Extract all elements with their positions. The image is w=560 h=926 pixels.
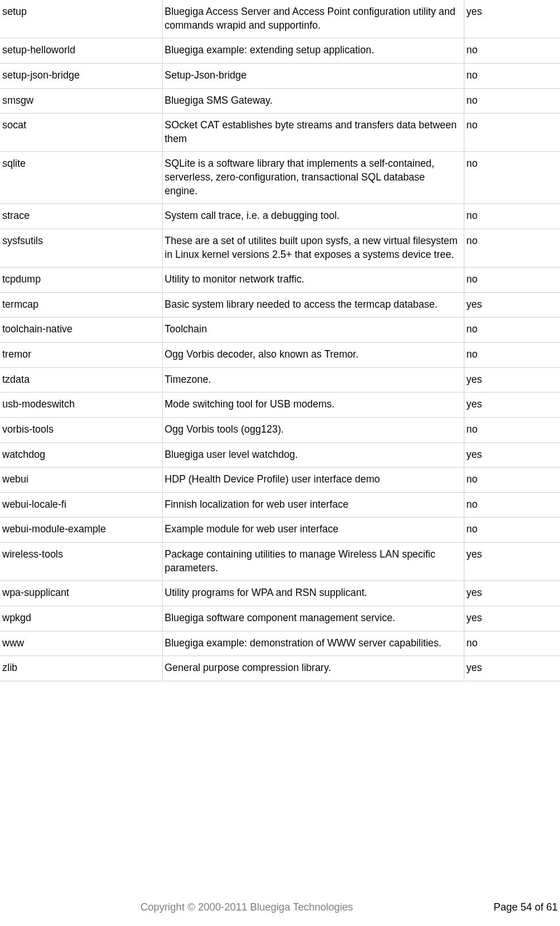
table-row: straceSystem call trace, i.e. a debuggin… [0,204,560,229]
package-flag-cell: yes [464,393,560,418]
package-flag-cell: yes [464,581,560,606]
package-flag-cell: no [464,152,560,204]
package-name-cell: smsgw [0,88,162,113]
package-name-cell: toolchain-native [0,317,162,343]
package-desc-cell: Ogg Vorbis tools (ogg123). [162,417,464,442]
table-row: wwwBluegiga example: demonstration of WW… [0,631,560,656]
package-desc-cell: System call trace, i.e. a debugging tool… [162,204,464,229]
package-name-cell: sqlite [0,152,162,204]
package-flag-cell: no [464,468,560,493]
package-name-cell: vorbis-tools [0,417,162,442]
package-desc-cell: SOcket CAT establishes byte streams and … [162,113,464,152]
package-name-cell: setup-json-bridge [0,63,162,88]
package-name-cell: www [0,631,162,656]
package-name-cell: socat [0,113,162,152]
package-flag-cell: no [464,113,560,152]
package-name-cell: webui-locale-fi [0,492,162,517]
package-desc-cell: SQLite is a software library that implem… [162,152,464,204]
package-desc-cell: Mode switching tool for USB modems. [162,393,464,418]
package-flag-cell: no [464,492,560,517]
package-name-cell: tcpdump [0,268,162,293]
package-desc-cell: Timezone. [162,367,464,393]
package-desc-cell: Bluegiga SMS Gateway. [162,88,464,113]
package-flag-cell: no [464,63,560,88]
package-flag-cell: no [464,631,560,656]
package-desc-cell: Bluegiga Access Server and Access Point … [162,0,464,38]
package-flag-cell: yes [464,606,560,631]
packages-table: setupBluegiga Access Server and Access P… [0,0,560,681]
package-name-cell: webui [0,468,162,493]
package-name-cell: setup-helloworld [0,38,162,64]
package-flag-cell: yes [464,367,560,393]
table-row: setup-helloworldBluegiga example: extend… [0,38,560,64]
package-desc-cell: General purpose compression library. [162,656,464,681]
package-flag-cell: yes [464,0,560,38]
package-flag-cell: no [464,38,560,64]
package-name-cell: wpa-supplicant [0,581,162,606]
page-footer: Copyright © 2000-2011 Bluegiga Technolog… [0,901,560,913]
page-number: Page 54 of 61 [494,901,558,913]
package-name-cell: termcap [0,292,162,317]
package-name-cell: wpkgd [0,606,162,631]
package-flag-cell: no [464,88,560,113]
table-row: setup-json-bridgeSetup-Json-bridgeno [0,63,560,88]
table-row: sqliteSQLite is a software library that … [0,152,560,204]
package-flag-cell: no [464,517,560,543]
package-desc-cell: Setup-Json-bridge [162,63,464,88]
package-desc-cell: Bluegiga example: extending setup applic… [162,38,464,64]
package-name-cell: usb-modeswitch [0,393,162,418]
table-row: webui-module-exampleExample module for w… [0,517,560,543]
package-desc-cell: Ogg Vorbis decoder, also known as Tremor… [162,343,464,368]
package-name-cell: watchdog [0,442,162,468]
package-flag-cell: no [464,417,560,442]
package-name-cell: tzdata [0,367,162,393]
package-flag-cell: no [464,204,560,229]
package-desc-cell: Utility programs for WPA and RSN supplic… [162,581,464,606]
table-row: zlibGeneral purpose compression library.… [0,656,560,681]
table-row: tzdataTimezone.yes [0,367,560,393]
package-name-cell: tremor [0,343,162,368]
package-name-cell: setup [0,0,162,38]
package-desc-cell: Bluegiga example: demonstration of WWW s… [162,631,464,656]
package-desc-cell: These are a set of utilites built upon s… [162,229,464,267]
table-row: tcpdumpUtility to monitor network traffi… [0,268,560,293]
package-flag-cell: no [464,268,560,293]
package-desc-cell: Bluegiga software component management s… [162,606,464,631]
table-row: toolchain-nativeToolchainno [0,317,560,343]
package-flag-cell: no [464,317,560,343]
package-desc-cell: Package containing utilities to manage W… [162,543,464,581]
package-name-cell: webui-module-example [0,517,162,543]
package-flag-cell: yes [464,292,560,317]
package-name-cell: wireless-tools [0,543,162,581]
package-desc-cell: Bluegiga user level watchdog. [162,442,464,468]
table-row: webuiHDP (Health Device Profile) user in… [0,468,560,493]
package-flag-cell: no [464,343,560,368]
package-desc-cell: Finnish localization for web user interf… [162,492,464,517]
table-row: tremorOgg Vorbis decoder, also known as … [0,343,560,368]
package-desc-cell: Toolchain [162,317,464,343]
table-row: watchdogBluegiga user level watchdog.yes [0,442,560,468]
table-row: setupBluegiga Access Server and Access P… [0,0,560,38]
package-desc-cell: Utility to monitor network traffic. [162,268,464,293]
package-flag-cell: yes [464,442,560,468]
package-flag-cell: yes [464,543,560,581]
table-row: vorbis-toolsOgg Vorbis tools (ogg123).no [0,417,560,442]
table-row: smsgwBluegiga SMS Gateway.no [0,88,560,113]
table-row: sysfsutilsThese are a set of utilites bu… [0,229,560,267]
copyright-text: Copyright © 2000-2011 Bluegiga Technolog… [0,901,494,913]
table-row: wpkgdBluegiga software component managem… [0,606,560,631]
table-row: usb-modeswitchMode switching tool for US… [0,393,560,418]
package-name-cell: zlib [0,656,162,681]
package-flag-cell: no [464,229,560,267]
package-desc-cell: HDP (Health Device Profile) user interfa… [162,468,464,493]
table-row: webui-locale-fiFinnish localization for … [0,492,560,517]
table-row: wpa-supplicantUtility programs for WPA a… [0,581,560,606]
table-row: socatSOcket CAT establishes byte streams… [0,113,560,152]
table-row: termcapBasic system library needed to ac… [0,292,560,317]
package-flag-cell: yes [464,656,560,681]
package-name-cell: strace [0,204,162,229]
package-name-cell: sysfsutils [0,229,162,267]
package-desc-cell: Basic system library needed to access th… [162,292,464,317]
table-row: wireless-toolsPackage containing utiliti… [0,543,560,581]
package-desc-cell: Example module for web user interface [162,517,464,543]
